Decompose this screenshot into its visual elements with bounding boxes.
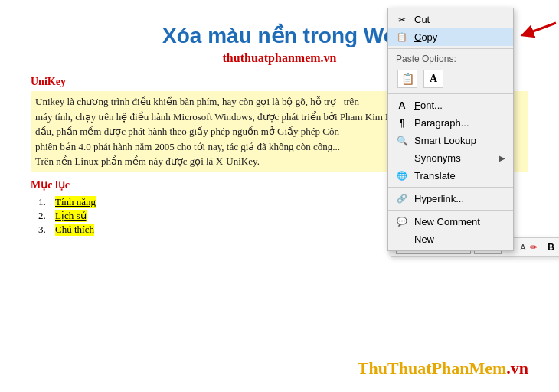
- font-menu-icon: A: [396, 100, 408, 111]
- context-menu: ✂ Cut 📋 Copy Paste Options: 📋 A A Font..…: [387, 8, 514, 251]
- watermark-brand: ThuThuatPhanMem.vn: [358, 358, 528, 378]
- translate-icon: 🌐: [396, 171, 408, 181]
- hyperlink-label: Hyperlink...: [414, 193, 505, 204]
- font-shrink-button[interactable]: A: [518, 243, 527, 252]
- cut-label: Cut: [414, 14, 505, 25]
- smart-lookup-label: Smart Lookup: [414, 135, 505, 146]
- font-label: Font...: [414, 100, 505, 111]
- copy-icon: 📋: [396, 32, 408, 42]
- new-label: New: [414, 234, 505, 245]
- menu-item-copy[interactable]: 📋 Copy: [388, 28, 513, 46]
- cut-icon: ✂: [396, 15, 408, 25]
- menu-item-new[interactable]: New: [388, 230, 513, 248]
- red-arrow: [512, 17, 557, 40]
- paste-keep-source-button[interactable]: 📋: [397, 70, 417, 88]
- svg-line-1: [527, 23, 556, 34]
- paragraph-icon: ¶: [396, 118, 408, 129]
- document: Xóa màu nền trong Wo thuthuatphanmem.vn …: [0, 0, 559, 392]
- menu-item-synonyms[interactable]: Synonyms ▶: [388, 149, 513, 167]
- menu-item-new-comment[interactable]: 💬 New Comment: [388, 213, 513, 230]
- translate-label: Translate: [414, 170, 505, 181]
- menu-separator-3: [388, 187, 513, 188]
- menu-item-font[interactable]: A Font...: [388, 96, 513, 114]
- synonyms-arrow: ▶: [499, 154, 505, 162]
- menu-item-translate[interactable]: 🌐 Translate: [388, 167, 513, 185]
- paste-options-row: 📋 A: [388, 67, 513, 91]
- brand-text: ThuThuatPhanMem: [358, 358, 506, 377]
- new-comment-icon: 💬: [396, 217, 408, 227]
- bold-button[interactable]: B: [544, 241, 557, 253]
- menu-item-smart-lookup[interactable]: 🔍 Smart Lookup: [388, 132, 513, 149]
- toolbar-divider: [541, 241, 541, 253]
- menu-separator-4: [388, 210, 513, 211]
- brand-suffix: .vn: [506, 358, 528, 377]
- menu-item-cut[interactable]: ✂ Cut: [388, 11, 513, 28]
- copy-label: Copy: [414, 31, 505, 43]
- menu-separator-2: [388, 93, 513, 94]
- menu-separator-1: [388, 48, 513, 49]
- smart-lookup-icon: 🔍: [396, 136, 408, 146]
- hyperlink-icon: 🔗: [396, 194, 408, 204]
- menu-item-hyperlink[interactable]: 🔗 Hyperlink...: [388, 190, 513, 207]
- paragraph-label: Paragraph...: [414, 117, 505, 129]
- menu-item-paragraph[interactable]: ¶ Paragraph...: [388, 114, 513, 132]
- paste-options-label: Paste Options:: [388, 51, 513, 67]
- format-pen-icon[interactable]: ✏: [530, 242, 538, 253]
- new-comment-label: New Comment: [414, 216, 505, 227]
- synonyms-label: Synonyms: [414, 152, 493, 164]
- paste-keep-text-button[interactable]: A: [423, 70, 443, 88]
